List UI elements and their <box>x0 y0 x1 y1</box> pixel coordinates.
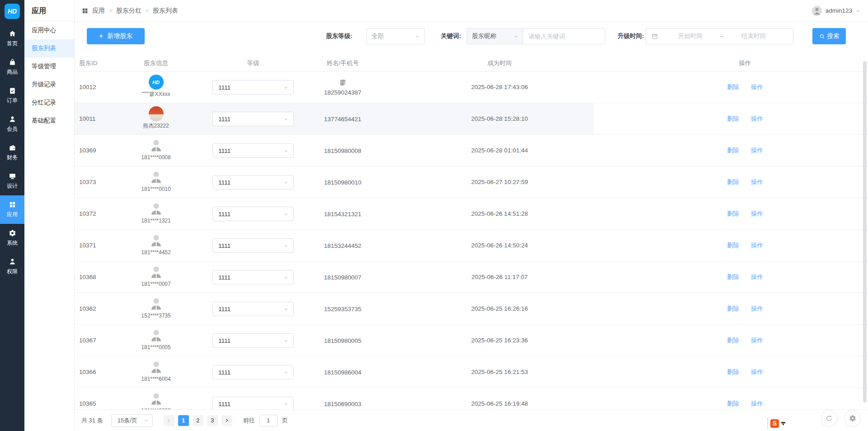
delete-link[interactable]: 删除 <box>727 305 739 313</box>
search-button[interactable]: 搜索 <box>812 28 846 44</box>
level-value: 1111 <box>218 84 231 91</box>
level-cell: 1111 <box>212 175 294 189</box>
table-row: 10012HD""""廖XXxxx1111廖182590243872025-06… <box>75 71 868 103</box>
sidebar-item[interactable]: 基础配置 <box>24 112 74 130</box>
page-button-2[interactable]: 2 <box>193 415 203 426</box>
delete-link[interactable]: 删除 <box>727 242 739 250</box>
prev-page-button[interactable] <box>164 415 175 426</box>
become-time: 2025-06-26 14:51:28 <box>454 198 545 230</box>
sidebar-item[interactable]: 股东列表 <box>24 39 74 57</box>
screenshot-menu-icon[interactable]: ▬▼ <box>781 421 785 426</box>
breadcrumb-item[interactable]: 股东列表 <box>153 7 178 15</box>
name-phone-cell: 18150980010 <box>297 166 388 198</box>
sidebar-item[interactable]: 等级管理 <box>24 57 74 76</box>
level-select[interactable]: 1111 <box>212 302 294 316</box>
level-select[interactable]: 1111 <box>212 333 294 348</box>
vertical-scrollbar[interactable] <box>863 61 867 403</box>
delete-link[interactable]: 删除 <box>727 336 739 345</box>
shareholder-nickname: 181****0010 <box>120 186 192 192</box>
delete-link[interactable]: 删除 <box>727 83 739 91</box>
chevron-down-icon <box>283 148 289 154</box>
delete-link[interactable]: 删除 <box>727 273 739 281</box>
level-select[interactable]: 1111 <box>212 175 294 189</box>
breadcrumb-item[interactable]: 股东分红 <box>116 7 142 15</box>
rail-item-goods[interactable]: 商品 <box>0 53 24 81</box>
name-phone-cell: 18150980008 <box>297 135 388 166</box>
page-button-3[interactable]: 3 <box>207 415 218 426</box>
become-time: 2025-06-26 11:17:07 <box>454 261 545 293</box>
rail-item-apps[interactable]: 应用 <box>0 195 24 224</box>
rail-item-permission[interactable]: 权限 <box>0 252 24 281</box>
operate-link[interactable]: 操作 <box>751 242 763 250</box>
refresh-button[interactable] <box>821 410 837 426</box>
table-row: 10367181****00051111181509800052025-06-2… <box>75 325 868 356</box>
operate-link[interactable]: 操作 <box>751 273 763 281</box>
app-logo[interactable]: HD <box>5 4 20 19</box>
page-size-select[interactable]: 15条/页 <box>111 414 153 427</box>
level-select[interactable]: 1111 <box>212 270 294 284</box>
delete-link[interactable]: 删除 <box>727 368 739 376</box>
chevron-down-icon <box>283 401 289 407</box>
breadcrumb-item[interactable]: 应用 <box>92 7 105 15</box>
rail-item-order[interactable]: 订单 <box>0 81 24 110</box>
delete-link[interactable]: 删除 <box>727 400 739 408</box>
delete-link[interactable]: 删除 <box>727 147 739 155</box>
goto-page-input[interactable] <box>259 415 278 426</box>
name-phone-cell: 13774654421 <box>297 103 388 135</box>
rail-item-system[interactable]: 系统 <box>0 224 24 252</box>
screenshot-tool-badge[interactable]: S ▬▼ <box>767 418 785 429</box>
operate-link[interactable]: 操作 <box>751 178 763 186</box>
col-become-time: 成为时间 <box>454 55 545 71</box>
level-select[interactable]: 1111 <box>212 365 294 379</box>
shareholder-phone: 18150980005 <box>324 337 362 344</box>
level-select[interactable]: 1111 <box>212 80 294 95</box>
operate-link[interactable]: 操作 <box>751 368 763 376</box>
shareholder-phone: 18154321321 <box>324 211 362 218</box>
sidebar-item[interactable]: 分红记录 <box>24 94 74 112</box>
operate-link[interactable]: 操作 <box>751 305 763 313</box>
rail-item-home[interactable]: 首页 <box>0 24 24 53</box>
shareholder-phone: 18259024387 <box>324 89 362 96</box>
delete-link[interactable]: 删除 <box>727 178 739 186</box>
rail-item-design[interactable]: 设计 <box>0 167 24 195</box>
add-shareholder-button[interactable]: + 新增股东 <box>87 28 145 44</box>
operate-link[interactable]: 操作 <box>751 115 763 123</box>
next-page-button[interactable] <box>222 415 232 426</box>
keyword-input[interactable] <box>523 28 605 44</box>
level-select[interactable]: 1111 <box>212 207 294 221</box>
chevron-down-icon <box>283 275 289 280</box>
level-select[interactable]: 1111 <box>212 143 294 158</box>
operate-link[interactable]: 操作 <box>751 336 763 345</box>
date-range-picker[interactable]: 开始时间 ~ 结束时间 <box>646 28 793 44</box>
operate-link[interactable]: 操作 <box>751 400 763 408</box>
level-select[interactable]: 1111 <box>212 238 294 253</box>
level-value: 1111 <box>218 116 231 123</box>
keyword-type-select[interactable]: 股东昵称 <box>467 28 523 44</box>
settings-button[interactable] <box>844 410 861 426</box>
delete-link[interactable]: 删除 <box>727 115 739 123</box>
user-menu[interactable]: admin123 <box>811 5 861 16</box>
name-phone-cell: 18153244452 <box>297 230 388 261</box>
level-filter-select[interactable]: 全部 <box>366 28 425 44</box>
shareholder-id: 10012 <box>79 71 96 103</box>
level-select[interactable]: 1111 <box>212 112 294 126</box>
level-cell: 1111 <box>212 397 294 409</box>
operate-link[interactable]: 操作 <box>751 83 763 91</box>
level-cell: 1111 <box>212 333 294 348</box>
page-button-1[interactable]: 1 <box>178 415 189 426</box>
operate-link[interactable]: 操作 <box>751 210 763 218</box>
level-value: 1111 <box>218 274 231 281</box>
level-value: 1111 <box>218 401 231 407</box>
sidebar-item[interactable]: 升级记录 <box>24 76 74 94</box>
actions-cell: 删除操作 <box>700 71 790 103</box>
operate-link[interactable]: 操作 <box>751 147 763 155</box>
level-select[interactable]: 1111 <box>212 397 294 409</box>
sidebar-item[interactable]: 应用中心 <box>24 21 74 39</box>
chevron-down-icon <box>283 180 289 185</box>
username: admin123 <box>826 7 852 14</box>
rail-item-finance[interactable]: 财务 <box>0 138 24 167</box>
member-icon <box>9 115 16 123</box>
delete-link[interactable]: 删除 <box>727 210 739 218</box>
become-time: 2025-06-28 15:28:10 <box>454 103 545 135</box>
rail-item-member[interactable]: 会员 <box>0 110 24 138</box>
